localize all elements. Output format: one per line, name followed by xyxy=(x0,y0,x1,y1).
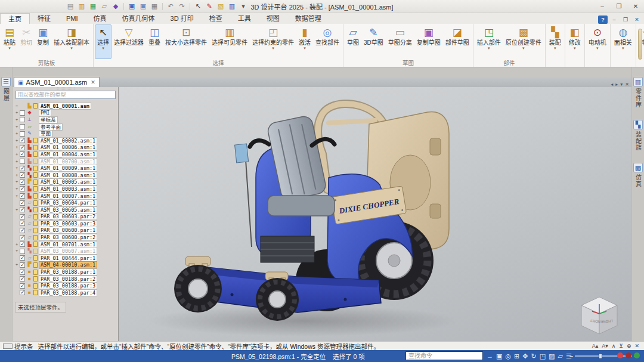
import-icon[interactable]: ◆ xyxy=(111,2,120,11)
visibility-checkbox[interactable] xyxy=(20,276,25,281)
visibility-checkbox[interactable] xyxy=(20,110,25,116)
font-larger-icon[interactable]: A▴ xyxy=(592,343,599,349)
visibility-checkbox[interactable] xyxy=(20,207,25,212)
tab-assembly-family[interactable]: ▚装配族 xyxy=(632,117,644,153)
select-filter-button[interactable]: ▽选择过滤器 xyxy=(112,24,146,59)
visibility-checkbox[interactable] xyxy=(20,262,25,268)
tree-node-ASM_01_00005-asm-1[interactable]: +▛ASM_01_00005.asm:1 xyxy=(14,179,117,186)
sketch-detach-button[interactable]: ▭草图分离 xyxy=(386,24,414,59)
prev-tab-icon[interactable]: ◂ xyxy=(611,82,613,87)
tree-node-ASM_01_00009-asm-1[interactable]: +▚ASM_01_00009.asm:1 xyxy=(14,165,117,172)
ribbon-tab-数据管理[interactable]: 数据管理 xyxy=(287,13,329,24)
ribbon-tab-检查[interactable]: 检查 xyxy=(202,13,230,24)
select-button[interactable]: ↖选择▾ xyxy=(95,24,112,59)
tab-list-icon[interactable]: ▾ xyxy=(620,82,623,87)
expand-icon[interactable]: + xyxy=(14,242,20,247)
visibility-checkbox[interactable] xyxy=(20,214,25,219)
expand-icon[interactable]: + xyxy=(14,117,20,122)
visibility-checkbox[interactable] xyxy=(20,124,25,129)
overlap-button[interactable]: ◫重叠 xyxy=(146,24,163,59)
visibility-checkbox[interactable] xyxy=(20,138,25,143)
ribbon-tab-工具[interactable]: 工具 xyxy=(230,13,259,24)
tree-node-ASM_01_00001-asm[interactable]: −▙ASM_01_00001.asm xyxy=(14,103,117,110)
panel-grip[interactable] xyxy=(13,87,118,90)
sketch-view-icon[interactable]: ▱ xyxy=(558,351,562,361)
visibility-checkbox[interactable] xyxy=(20,151,25,157)
orientation-cube[interactable]: FRONT RIGHT xyxy=(581,297,617,334)
close-tab-icon[interactable]: ✕ xyxy=(91,79,95,85)
visibility-checkbox[interactable] xyxy=(20,270,25,275)
font-smaller-icon[interactable]: A▾ xyxy=(602,343,608,349)
visibility-checkbox[interactable] xyxy=(20,228,25,233)
visibility-checkbox[interactable] xyxy=(20,117,25,122)
apply-icon[interactable]: → xyxy=(487,351,493,361)
ribbon-tab-视图[interactable]: 视图 xyxy=(259,13,287,24)
expand-icon[interactable]: + xyxy=(14,145,20,150)
ribbon-tab-仿真几何体[interactable]: 仿真几何体 xyxy=(114,13,163,24)
visibility-checkbox[interactable] xyxy=(20,145,25,150)
tree-node-坐标系[interactable]: +⊥坐标系 xyxy=(14,116,117,123)
tree-node-参考平面[interactable]: +▱参考平面 xyxy=(14,123,117,131)
close-window-icon[interactable]: ✕ xyxy=(627,1,644,13)
find-component-button[interactable]: ◎查找部件 xyxy=(313,24,342,59)
ribbon-tab-特征[interactable]: 特征 xyxy=(30,13,58,24)
expand-icon[interactable]: + xyxy=(14,194,20,199)
close-tab-icon[interactable]: ✕ xyxy=(625,82,629,87)
insert-assembly-copy-button[interactable]: ◨插入装配副本▾ xyxy=(51,24,92,59)
view-styles-icon[interactable]: ▨ xyxy=(549,351,555,361)
tree-node-PAR_03_00188-par-1[interactable]: ■PAR_03_00188.par:1 xyxy=(14,268,117,276)
expand-icon[interactable]: + xyxy=(14,125,20,129)
scroll-up-icon[interactable]: ∧ xyxy=(612,343,616,349)
close-icon[interactable]: ✕ xyxy=(634,343,639,349)
tree-node-PAR_01_00444-par-1[interactable]: ▱PAR_01_00444.par:1 xyxy=(14,255,117,262)
rotate-icon[interactable]: ↻ xyxy=(531,351,536,361)
status-indicator-2[interactable] xyxy=(626,352,631,358)
tree-node-PAR_03_00603-par-2[interactable]: ▱PAR_03_00603.par:2 xyxy=(14,214,117,221)
expand-icon[interactable]: − xyxy=(14,104,20,109)
tree-node-ASM_01_00008-asm-1[interactable]: +▚ASM_01_00008.asm:1 xyxy=(14,172,117,179)
sketch-button[interactable]: ▱草图 xyxy=(345,24,361,59)
zoom-area-icon[interactable]: ◎ xyxy=(505,351,511,361)
component-search-input[interactable] xyxy=(16,91,116,99)
tree-node-ASM_01_00002-asm-1[interactable]: +▙ASM_01_00002.asm:1 xyxy=(14,137,117,144)
customize-dropdown-icon[interactable]: ▾ xyxy=(239,2,248,11)
ribbon-tab-PMI[interactable]: PMI xyxy=(58,13,86,24)
pan-icon[interactable]: ✥ xyxy=(522,351,528,361)
ribbon-scrollbar[interactable] xyxy=(638,29,642,60)
assemble-button[interactable]: ▚装配▾ xyxy=(547,24,564,59)
visibility-checkbox[interactable] xyxy=(20,242,25,247)
tree-node-PMI[interactable]: +◆PMI xyxy=(14,110,117,117)
visibility-checkbox[interactable] xyxy=(20,131,25,137)
expand-icon[interactable]: + xyxy=(14,262,20,267)
tree-node-ASM_01_00006-asm-1[interactable]: +▙ASM_01_00006.asm:1 xyxy=(14,144,117,151)
restore-doc-icon[interactable]: ❐ xyxy=(621,16,630,24)
visibility-checkbox[interactable] xyxy=(20,221,25,226)
new-from-template-icon[interactable]: ▥ xyxy=(77,2,86,11)
tree-node-PAR_03_00188-par-3[interactable]: ■PAR_03_00188.par:3 xyxy=(14,282,117,289)
fit-icon[interactable]: ▣ xyxy=(496,351,502,361)
visibility-checkbox[interactable] xyxy=(20,283,25,289)
library-icon[interactable]: ▥ xyxy=(227,2,237,11)
visibility-checkbox[interactable] xyxy=(20,249,25,254)
tree-node-ASM_01_00004-asm-1[interactable]: +▙ASM_01_00004.asm:1 xyxy=(14,151,117,158)
face-relate-button[interactable]: ◍面相关▾ xyxy=(612,24,634,59)
minimize-doc-icon[interactable]: – xyxy=(609,16,619,24)
save-as-icon[interactable]: ▣ xyxy=(138,2,148,11)
expand-icon[interactable]: + xyxy=(14,131,20,136)
save-icon[interactable]: ▣ xyxy=(127,2,137,11)
select-by-size-button[interactable]: ⊡按大小选择零件 xyxy=(163,24,209,59)
tree-node-ASM_01_00700-asm-1[interactable]: +▙ASM_01_00700.asm:1 xyxy=(14,158,117,165)
expand-icon[interactable]: + xyxy=(14,249,20,253)
visibility-checkbox[interactable] xyxy=(20,290,25,295)
visibility-checkbox[interactable] xyxy=(20,180,25,185)
tree-node-ASM_01_00701-asm-1[interactable]: +▙ASM_01_00701.asm:1 xyxy=(14,241,117,248)
tab-simulation[interactable]: ▩仿真 xyxy=(632,160,644,190)
common-views-icon[interactable]: ◳ xyxy=(540,351,546,361)
visibility-checkbox[interactable] xyxy=(20,200,25,206)
left-strip-tab-layers[interactable]: ☰ 图层 xyxy=(0,75,12,104)
visibility-checkbox[interactable] xyxy=(20,166,25,171)
tree-node-PAR_03_00604-par-1[interactable]: ▱PAR_03_00604.par:1 xyxy=(14,199,117,206)
visibility-checkbox[interactable] xyxy=(20,235,25,240)
tree-node-PAR_03_00603-par-3[interactable]: ▱PAR_03_00603.par:3 xyxy=(14,220,117,227)
format-painter-icon[interactable]: ✎ xyxy=(205,2,214,11)
